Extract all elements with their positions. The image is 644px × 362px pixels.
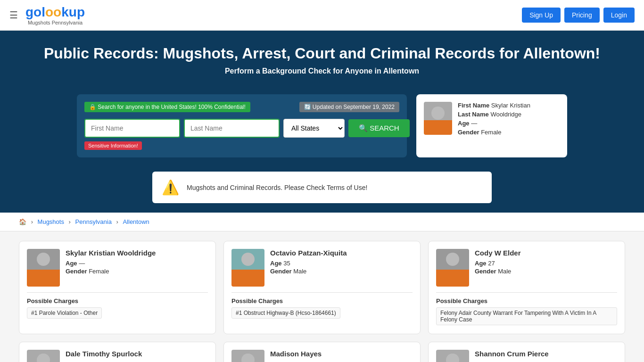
preview-avatar xyxy=(424,102,452,135)
person-avatar xyxy=(27,249,60,287)
person-card[interactable]: Dale Timothy Spurlock Age Gender xyxy=(19,342,216,362)
search-notice-green: 🔒 Search for anyone in the United States… xyxy=(84,102,250,112)
person-card-top: Skylar Kristian Wooldridge Age — Gender … xyxy=(27,249,208,287)
gender-label: Gender xyxy=(270,268,292,275)
hero-subtitle: Perform a Background Check for Anyone in… xyxy=(9,67,635,75)
charges-title: Possible Charges xyxy=(436,297,617,304)
preview-gender-row: Gender Female xyxy=(458,129,560,136)
person-card-top: Shannon Crum Pierce Age Gender xyxy=(436,350,617,362)
age-label: Age xyxy=(475,260,487,267)
person-card[interactable]: Octavio Patzan-Xiquita Age 35 Gender Mal… xyxy=(223,241,421,334)
person-card[interactable]: Cody W Elder Age 27 Gender Male Possible… xyxy=(428,241,625,334)
charges-title: Possible Charges xyxy=(231,297,413,304)
person-avatar xyxy=(231,350,264,362)
person-info: Cody W Elder Age 27 Gender Male xyxy=(475,249,521,287)
breadcrumb-sep3: › xyxy=(116,218,120,225)
breadcrumb-sep2: › xyxy=(69,218,73,225)
header-left: ☰ golookup Mugshots Pennsylvania xyxy=(9,5,85,25)
person-gender-row: Gender Female xyxy=(66,268,156,275)
person-gender-row: Gender Male xyxy=(475,268,521,275)
person-card-top: Cody W Elder Age 27 Gender Male xyxy=(436,249,617,287)
preview-lastname-value: Wooldridge xyxy=(490,111,521,118)
gender-value: Female xyxy=(89,268,109,275)
charge-item: #1 Obstruct Highway-B (Hcso-1864661) xyxy=(231,307,340,319)
search-button[interactable]: 🔍 SEARCH xyxy=(348,119,410,137)
gender-value: Male xyxy=(498,268,511,275)
charges-title: Possible Charges xyxy=(27,297,208,304)
person-avatar xyxy=(27,350,60,362)
age-value: 35 xyxy=(283,260,290,267)
person-avatar xyxy=(436,249,469,287)
search-notice-gray: 🔄 Updated on September 19, 2022 xyxy=(299,102,399,112)
person-age-row: Age 35 xyxy=(270,260,347,267)
search-notice-row: 🔒 Search for anyone in the United States… xyxy=(84,102,399,115)
person-avatar xyxy=(231,249,264,287)
person-card-top: Octavio Patzan-Xiquita Age 35 Gender Mal… xyxy=(231,249,413,287)
preview-age-row: Age — xyxy=(458,120,560,127)
charges-section: Possible Charges Felony Adair County War… xyxy=(436,292,617,326)
preview-gender-label: Gender xyxy=(458,129,479,136)
breadcrumb-home[interactable]: 🏠 xyxy=(19,218,26,225)
warning-icon: ⚠️ xyxy=(162,179,179,196)
menu-icon[interactable]: ☰ xyxy=(9,9,18,21)
gender-value: Male xyxy=(293,268,306,275)
person-card[interactable]: Madison Hayes Age Gender xyxy=(223,342,421,362)
person-card[interactable]: Skylar Kristian Wooldridge Age — Gender … xyxy=(19,241,216,334)
sensitive-label: Sensitive Information! xyxy=(84,141,142,150)
cards-grid: Skylar Kristian Wooldridge Age — Gender … xyxy=(19,241,625,362)
search-area: 🔒 Search for anyone in the United States… xyxy=(0,90,644,172)
age-label: Age xyxy=(66,260,77,267)
person-info: Madison Hayes Age Gender xyxy=(270,350,322,362)
person-info: Shannon Crum Pierce Age Gender xyxy=(475,350,549,362)
person-avatar xyxy=(436,350,469,362)
breadcrumb: 🏠 › Mugshots › Pennsylvania › Allentown xyxy=(0,213,644,231)
state-select[interactable]: All States Alabama Pennsylvania xyxy=(283,119,345,138)
warning-text: Mugshots and Criminal Records. Please Ch… xyxy=(187,184,367,191)
last-name-input[interactable] xyxy=(184,119,280,138)
first-name-input[interactable] xyxy=(84,119,180,138)
search-inputs: All States Alabama Pennsylvania 🔍 SEARCH xyxy=(84,119,399,138)
logo-text: golookup xyxy=(25,5,85,20)
signup-button[interactable]: Sign Up xyxy=(522,8,561,23)
charges-section: Possible Charges #1 Parole Violation - O… xyxy=(27,292,208,320)
gender-label: Gender xyxy=(66,268,87,275)
hero-section: Public Records: Mugshots, Arrest, Court … xyxy=(0,31,644,90)
breadcrumb-mugshots[interactable]: Mugshots xyxy=(38,218,64,225)
person-age-row: Age 27 xyxy=(475,260,521,267)
breadcrumb-pennsylvania[interactable]: Pennsylvania xyxy=(75,218,112,225)
charge-item: #1 Parole Violation - Other xyxy=(27,307,102,319)
person-info: Dale Timothy Spurlock Age Gender xyxy=(66,350,142,362)
person-card-top: Dale Timothy Spurlock Age Gender xyxy=(27,350,208,362)
login-button[interactable]: Login xyxy=(603,8,635,23)
charge-item: Felony Adair County Warrant For Tamperin… xyxy=(436,307,617,325)
gender-label: Gender xyxy=(475,268,496,275)
age-label: Age xyxy=(270,260,282,267)
search-box: 🔒 Search for anyone in the United States… xyxy=(77,94,407,157)
header: ☰ golookup Mugshots Pennsylvania Sign Up… xyxy=(0,0,644,31)
logo[interactable]: golookup Mugshots Pennsylvania xyxy=(25,5,85,25)
hero-title: Public Records: Mugshots, Arrest, Court … xyxy=(9,45,635,62)
person-name: Dale Timothy Spurlock xyxy=(66,350,142,358)
pricing-button[interactable]: Pricing xyxy=(564,8,600,23)
breadcrumb-sep1: › xyxy=(31,218,35,225)
preview-firstname-value: Skylar Kristian xyxy=(491,102,530,109)
main-content: Skylar Kristian Wooldridge Age — Gender … xyxy=(0,231,644,362)
person-name: Cody W Elder xyxy=(475,249,521,257)
preview-age-label: Age xyxy=(458,120,470,127)
charges-section: Possible Charges #1 Obstruct Highway-B (… xyxy=(231,292,413,320)
breadcrumb-allentown[interactable]: Allentown xyxy=(123,218,149,225)
person-card[interactable]: Shannon Crum Pierce Age Gender xyxy=(428,342,625,362)
warning-bar: ⚠️ Mugshots and Criminal Records. Please… xyxy=(152,172,492,203)
header-buttons: Sign Up Pricing Login xyxy=(522,8,635,23)
profile-preview-card: First Name Skylar Kristian Last Name Woo… xyxy=(416,94,567,157)
person-name: Madison Hayes xyxy=(270,350,322,358)
person-name: Shannon Crum Pierce xyxy=(475,350,549,358)
person-info: Skylar Kristian Wooldridge Age — Gender … xyxy=(66,249,156,287)
person-gender-row: Gender Male xyxy=(270,268,347,275)
person-age-row: Age — xyxy=(66,260,156,267)
preview-firstname-label: First Name xyxy=(458,102,489,109)
preview-gender-value: Female xyxy=(481,129,501,136)
person-info: Octavio Patzan-Xiquita Age 35 Gender Mal… xyxy=(270,249,347,287)
person-name: Skylar Kristian Wooldridge xyxy=(66,249,156,257)
person-name: Octavio Patzan-Xiquita xyxy=(270,249,347,257)
